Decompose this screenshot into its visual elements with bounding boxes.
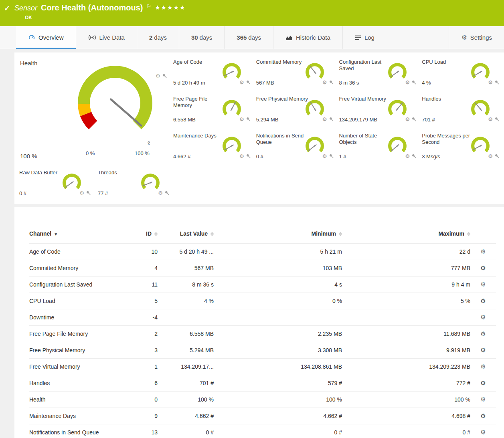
tab-log[interactable]: Log: [342, 26, 387, 49]
gear-icon[interactable]: ⚙: [239, 117, 244, 122]
pin-icon[interactable]: [412, 80, 416, 85]
gear-icon[interactable]: ⚙: [405, 117, 410, 122]
gear-icon[interactable]: ⚙: [488, 80, 493, 85]
channel-settings-gear-icon[interactable]: ⚙: [480, 429, 486, 436]
gear-icon[interactable]: ⚙: [405, 80, 410, 85]
table-row-handles[interactable]: Handles 6 701 # 579 # 772 # ⚙: [29, 375, 496, 392]
gear-icon[interactable]: ⚙: [239, 153, 244, 159]
tab-30-days[interactable]: 30days: [179, 26, 224, 49]
tab-label: 2days: [149, 34, 167, 41]
table-row-age-of-code[interactable]: Age of Code 10 5 d 20 h 49 ... 5 h 21 m …: [29, 244, 496, 260]
gear-icon: ⚙: [461, 34, 467, 41]
health-needle: [111, 99, 141, 126]
chart-icon: [285, 35, 293, 40]
pin-icon[interactable]: [165, 191, 169, 195]
channel-settings-gear-icon[interactable]: ⚙: [480, 314, 486, 321]
channel-last-value: 5 d 20 h 49 ...: [158, 244, 214, 260]
gauge-actions: ⚙: [322, 153, 334, 159]
channel-settings-gear-icon[interactable]: ⚙: [480, 330, 486, 337]
gauge-actions: ⚙: [239, 80, 251, 85]
channel-settings-gear-icon[interactable]: ⚙: [480, 412, 486, 419]
column-header-actions: [470, 227, 496, 244]
tab-label: Overview: [38, 34, 64, 41]
pin-icon[interactable]: [162, 74, 167, 78]
gauges-panel: Health 0 % 100 % x̄ 100 % ⚙ Age of Code …: [14, 52, 504, 204]
column-header-channel[interactable]: Channel▼: [29, 227, 130, 244]
channel-maximum: 22 d: [342, 244, 470, 260]
channel-settings-gear-icon[interactable]: ⚙: [480, 347, 486, 353]
gear-icon[interactable]: ⚙: [322, 117, 327, 122]
gear-icon[interactable]: ⚙: [239, 80, 244, 85]
table-row-free-page-file-memory[interactable]: Free Page File Memory 2 6.558 MB 2.235 M…: [29, 326, 496, 342]
table-row-notifications-in-send-queue[interactable]: Notifications in Send Queue 13 0 # 0 # 0…: [29, 424, 496, 438]
gear-icon[interactable]: ⚙: [156, 73, 160, 79]
gauge-handles: Handles 701 # ⚙: [422, 96, 502, 130]
tab-live-data[interactable]: Live Data: [76, 26, 137, 49]
tab-2-days[interactable]: 2days: [137, 26, 179, 49]
gear-icon[interactable]: ⚙: [322, 153, 327, 159]
column-header-maximum[interactable]: Maximum: [342, 227, 470, 244]
tab-bar: OverviewLive Data2days30days365daysHisto…: [0, 26, 504, 49]
pin-icon[interactable]: [329, 80, 334, 85]
gauge-age-of-code: Age of Code 5 d 20 h 49 m ⚙: [173, 59, 253, 93]
channel-minimum: 0 %: [214, 293, 342, 309]
gauge-bottom-row: Raw Data Buffer 0 # ⚙ Threads 77 # ⚙: [19, 170, 172, 204]
table-row-free-physical-memory[interactable]: Free Physical Memory 3 5.294 MB 3.308 MB…: [29, 342, 496, 359]
column-header-id[interactable]: ID: [130, 227, 158, 244]
gear-icon[interactable]: ⚙: [158, 190, 163, 196]
gauge-icon: [28, 34, 35, 41]
sort-toggle-icon: [467, 232, 470, 236]
gauge-cpu-load: CPU Load 4 % ⚙: [422, 59, 502, 93]
channel-settings-gear-icon[interactable]: ⚙: [480, 248, 486, 255]
channel-id: 1: [130, 359, 158, 375]
pin-icon[interactable]: [495, 154, 499, 158]
pin-icon[interactable]: [329, 154, 334, 158]
table-row-free-virtual-memory[interactable]: Free Virtual Memory 1 134.209.17... 134.…: [29, 359, 496, 375]
channel-table-header-row: Channel▼ ID Last Value Minimum Maximum: [29, 227, 496, 244]
gear-icon[interactable]: ⚙: [488, 153, 493, 159]
channel-settings-gear-icon[interactable]: ⚙: [480, 297, 486, 304]
tab-365-days[interactable]: 365days: [224, 26, 273, 49]
priority-flag-icon[interactable]: ⚐: [146, 3, 151, 9]
table-row-downtime[interactable]: Downtime -4 ⚙: [29, 309, 496, 326]
table-row-health[interactable]: Health 0 100 % 100 % 100 % ⚙: [29, 392, 496, 408]
gauge-free-virtual-memory: Free Virtual Memory 134.209.179 MB ⚙: [339, 96, 419, 130]
channel-id: 3: [130, 342, 158, 359]
table-row-maintenance-days[interactable]: Maintenance Days 9 4.662 # 4.662 # 4.698…: [29, 408, 496, 424]
table-row-committed-memory[interactable]: Committed Memory 4 567 MB 103 MB 777 MB …: [29, 260, 496, 277]
pin-icon[interactable]: [86, 191, 91, 195]
broadcast-icon: [88, 34, 96, 40]
pin-icon[interactable]: [329, 117, 334, 121]
pin-icon[interactable]: [246, 117, 251, 121]
gear-icon[interactable]: ⚙: [322, 80, 327, 85]
pin-icon[interactable]: [495, 117, 499, 121]
table-row-cpu-load[interactable]: CPU Load 5 4 % 0 % 5 % ⚙: [29, 293, 496, 309]
channel-settings-gear-icon[interactable]: ⚙: [480, 379, 486, 386]
gauge-maintenance-days: Maintenance Days 4.662 # ⚙: [173, 133, 253, 167]
channel-settings-gear-icon[interactable]: ⚙: [480, 264, 486, 271]
pin-icon[interactable]: [495, 80, 499, 85]
pin-icon[interactable]: [246, 154, 251, 158]
pin-icon[interactable]: [412, 154, 416, 158]
channel-settings-gear-icon[interactable]: ⚙: [480, 363, 486, 370]
table-row-configuration-last-saved[interactable]: Configuration Last Saved 11 8 m 36 s 4 s…: [29, 277, 496, 293]
channel-maximum: 0 #: [342, 424, 470, 438]
tab-settings[interactable]: ⚙Settings: [449, 26, 504, 49]
pin-icon[interactable]: [412, 117, 416, 121]
channel-settings-gear-icon[interactable]: ⚙: [480, 281, 486, 288]
gear-icon[interactable]: ⚙: [79, 190, 84, 196]
channel-last-value: 134.209.17...: [158, 359, 214, 375]
health-gauge: [70, 63, 160, 145]
column-header-last-value[interactable]: Last Value: [158, 227, 214, 244]
gear-icon[interactable]: ⚙: [405, 153, 410, 159]
column-header-minimum[interactable]: Minimum: [214, 227, 342, 244]
priority-stars[interactable]: ★★★★★: [155, 4, 186, 11]
gear-icon[interactable]: ⚙: [488, 117, 493, 122]
gauge-configuration-last-saved: Configuration Last Saved 8 m 36 s ⚙: [339, 59, 419, 93]
tab-overview[interactable]: Overview: [16, 26, 76, 49]
tab-historic-data[interactable]: Historic Data: [273, 26, 342, 49]
channel-settings-gear-icon[interactable]: ⚙: [480, 396, 486, 403]
channel-id: 5: [130, 293, 158, 309]
pin-icon[interactable]: [246, 80, 251, 85]
gauge-actions: ⚙: [488, 80, 499, 85]
